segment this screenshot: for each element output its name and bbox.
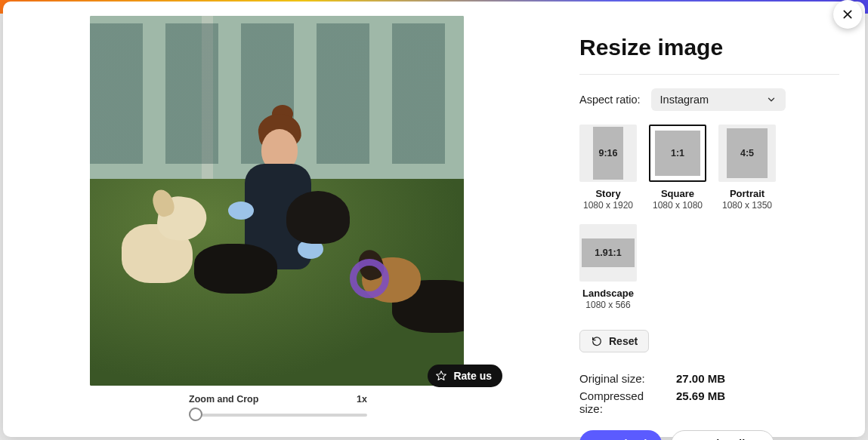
close-icon bbox=[842, 8, 854, 20]
preset-box: 9:16 bbox=[593, 127, 623, 180]
reset-label: Reset bbox=[609, 335, 638, 347]
original-size-value: 27.00 MB bbox=[676, 372, 725, 385]
zoom-slider[interactable] bbox=[189, 408, 367, 421]
reset-button[interactable]: Reset bbox=[579, 330, 649, 352]
reset-icon bbox=[591, 335, 603, 347]
zoom-controls: Zoom and Crop 1x bbox=[3, 386, 551, 421]
preset-grid: 9:16Story1080 x 19201:1Square1080 x 1080… bbox=[579, 125, 839, 310]
aspect-ratio-value: Instagram bbox=[660, 94, 709, 106]
preset-box: 1:1 bbox=[655, 131, 700, 176]
aspect-ratio-select[interactable]: Instagram bbox=[651, 88, 786, 111]
download-button[interactable]: Download bbox=[579, 430, 662, 440]
aspect-ratio-row: Aspect ratio: Instagram bbox=[579, 88, 839, 111]
chevron-down-icon bbox=[766, 94, 777, 105]
preset-dims: 1080 x 1920 bbox=[583, 200, 633, 211]
close-button[interactable] bbox=[833, 0, 862, 29]
original-size-label: Original size: bbox=[579, 372, 669, 385]
preset-name: Landscape bbox=[582, 288, 634, 299]
compressed-size-value: 25.69 MB bbox=[676, 389, 725, 415]
preset-frame: 1:1 bbox=[649, 125, 706, 182]
preset-box: 4:5 bbox=[727, 128, 768, 178]
preset-box: 1.91:1 bbox=[582, 238, 635, 267]
zoom-label: Zoom and Crop bbox=[189, 394, 258, 405]
preset-name: Portrait bbox=[730, 188, 765, 199]
preset-landscape[interactable]: 1.91:1Landscape1080 x 566 bbox=[579, 224, 637, 310]
preset-square[interactable]: 1:1Square1080 x 1080 bbox=[649, 125, 706, 211]
star-icon bbox=[435, 370, 447, 382]
preset-frame: 4:5 bbox=[718, 125, 776, 182]
preset-dims: 1080 x 1080 bbox=[653, 200, 703, 211]
page-title: Resize image bbox=[579, 35, 839, 75]
preset-frame: 9:16 bbox=[579, 125, 637, 182]
preview-pane: Rate us Zoom and Crop 1x bbox=[3, 2, 551, 437]
aspect-ratio-label: Aspect ratio: bbox=[579, 94, 641, 106]
preset-dims: 1080 x 566 bbox=[585, 300, 630, 310]
preset-dims: 1080 x 1350 bbox=[722, 200, 772, 211]
preset-name: Square bbox=[661, 188, 694, 199]
original-size-row: Original size: 27.00 MB bbox=[579, 372, 839, 385]
preset-frame: 1.91:1 bbox=[579, 224, 637, 282]
rate-us-label: Rate us bbox=[453, 370, 492, 382]
open-editor-button[interactable]: Open in editor bbox=[671, 430, 774, 440]
preset-name: Story bbox=[595, 188, 620, 199]
resize-modal: Rate us Zoom and Crop 1x Resize image As… bbox=[3, 2, 865, 437]
preset-story[interactable]: 9:16Story1080 x 1920 bbox=[579, 125, 637, 211]
compressed-size-label: Compressed size: bbox=[579, 389, 669, 415]
preview-image[interactable] bbox=[90, 16, 464, 386]
image-viewport bbox=[3, 15, 551, 386]
action-row: Download Open in editor bbox=[579, 430, 839, 440]
rate-us-button[interactable]: Rate us bbox=[428, 365, 502, 387]
zoom-value: 1x bbox=[357, 394, 367, 405]
controls-pane: Resize image Aspect ratio: Instagram 9:1… bbox=[551, 2, 865, 437]
compressed-size-row: Compressed size: 25.69 MB bbox=[579, 389, 839, 415]
preset-portrait[interactable]: 4:5Portrait1080 x 1350 bbox=[718, 125, 776, 211]
